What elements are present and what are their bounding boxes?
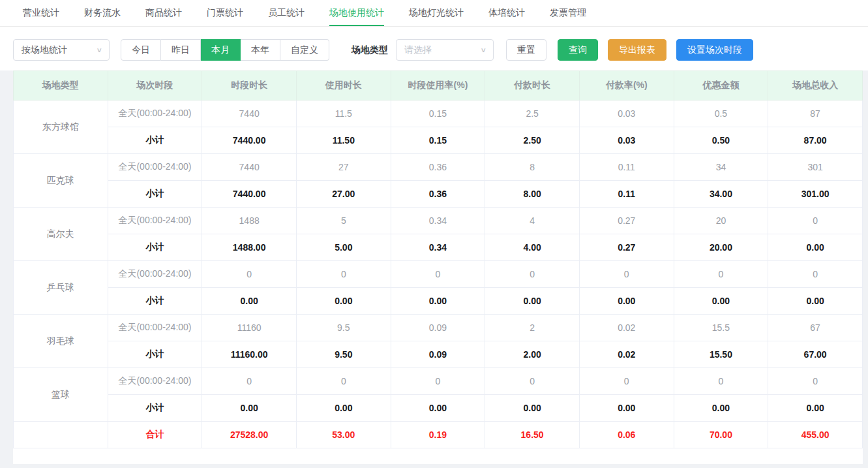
date-today-button[interactable]: 今日 bbox=[121, 39, 161, 61]
value-cell: 0 bbox=[674, 368, 768, 395]
value-cell: 0 bbox=[202, 261, 297, 288]
value-cell: 34 bbox=[674, 154, 768, 181]
value-cell: 0.00 bbox=[296, 395, 391, 422]
value-cell: 301.00 bbox=[768, 181, 863, 208]
period-cell: 全天(00:00-24:00) bbox=[108, 101, 202, 127]
value-cell: 27 bbox=[296, 154, 391, 181]
value-cell: 0.00 bbox=[674, 288, 768, 315]
date-yesterday-button[interactable]: 昨日 bbox=[161, 39, 201, 61]
column-header-usage-rate: 时段使用率(%) bbox=[391, 71, 485, 101]
value-cell: 0 bbox=[768, 368, 863, 395]
value-cell: 0.15 bbox=[391, 127, 485, 154]
value-cell: 67 bbox=[768, 315, 863, 341]
subtotal-label-cell: 小计 bbox=[108, 395, 202, 422]
value-cell: 0.03 bbox=[579, 101, 674, 127]
value-cell: 8 bbox=[485, 154, 580, 181]
value-cell: 0.11 bbox=[579, 154, 674, 181]
value-cell: 0 bbox=[296, 368, 391, 395]
value-cell: 7440 bbox=[202, 154, 297, 181]
value-cell: 0 bbox=[202, 368, 297, 395]
tab-ticket-stats[interactable]: 门票统计 bbox=[207, 0, 243, 26]
venue-cell: 东方球馆 bbox=[14, 101, 108, 154]
column-header-discount-amount: 优惠金额 bbox=[674, 71, 768, 101]
value-cell: 2.5 bbox=[485, 101, 580, 127]
date-this-year-button[interactable]: 本年 bbox=[241, 39, 280, 61]
table-row: 篮球 全天(00:00-24:00) 0 0 0 0 0 0 0 bbox=[14, 368, 863, 395]
subtotal-label-cell: 小计 bbox=[108, 127, 202, 154]
value-cell: 0.00 bbox=[579, 288, 674, 315]
value-cell: 0.36 bbox=[391, 154, 485, 181]
query-button[interactable]: 查询 bbox=[558, 39, 598, 61]
value-cell: 0.00 bbox=[674, 395, 768, 422]
value-cell: 0.09 bbox=[391, 315, 485, 341]
tab-invoice-management[interactable]: 发票管理 bbox=[550, 0, 586, 26]
period-cell: 全天(00:00-24:00) bbox=[108, 261, 202, 288]
venue-cell: 高尔夫 bbox=[14, 208, 108, 261]
value-cell: 0.02 bbox=[579, 341, 674, 368]
tab-venue-usage-stats[interactable]: 场地使用统计 bbox=[329, 0, 384, 26]
table-row: 匹克球 全天(00:00-24:00) 7440 27 0.36 8 0.11 … bbox=[14, 154, 863, 181]
total-value-cell: 16.50 bbox=[485, 422, 580, 448]
tab-venue-lighting-stats[interactable]: 场地灯光统计 bbox=[409, 0, 464, 26]
column-header-session-period: 场次时段 bbox=[108, 71, 202, 101]
subtotal-row: 小计 1488.00 5.00 0.34 4.00 0.27 20.00 0.0… bbox=[14, 234, 863, 261]
table-panel-wrap: 场地类型 场次时段 时段时长 使用时长 时段使用率(%) 付款时长 付款率(%)… bbox=[0, 70, 868, 464]
chevron-down-icon: ∨ bbox=[480, 46, 486, 54]
column-header-venue-type: 场地类型 bbox=[14, 71, 108, 101]
value-cell: 4 bbox=[485, 208, 580, 234]
venue-cell: 篮球 bbox=[14, 368, 108, 422]
subtotal-row: 小计 7440.00 27.00 0.36 8.00 0.11 34.00 30… bbox=[14, 181, 863, 208]
value-cell: 20.00 bbox=[674, 234, 768, 261]
total-value-cell: 70.00 bbox=[674, 422, 768, 448]
value-cell: 4.00 bbox=[485, 234, 580, 261]
tab-revenue-stats[interactable]: 营业统计 bbox=[23, 0, 59, 26]
value-cell: 1488 bbox=[202, 208, 297, 234]
total-value-cell: 0.06 bbox=[579, 422, 674, 448]
value-cell: 1488.00 bbox=[202, 234, 297, 261]
value-cell: 0.50 bbox=[674, 127, 768, 154]
value-cell: 7440.00 bbox=[202, 181, 297, 208]
value-cell: 0 bbox=[579, 368, 674, 395]
value-cell: 0.00 bbox=[485, 288, 580, 315]
set-session-period-button[interactable]: 设置场次时段 bbox=[676, 39, 753, 61]
tab-training-stats[interactable]: 体培统计 bbox=[488, 0, 525, 26]
reset-button[interactable]: 重置 bbox=[506, 39, 546, 61]
value-cell: 0.09 bbox=[391, 341, 485, 368]
column-header-paid-duration: 付款时长 bbox=[485, 71, 580, 101]
venue-usage-table: 场地类型 场次时段 时段时长 使用时长 时段使用率(%) 付款时长 付款率(%)… bbox=[13, 70, 863, 448]
stat-mode-value: 按场地统计 bbox=[22, 44, 67, 56]
export-report-button[interactable]: 导出报表 bbox=[608, 39, 666, 61]
tab-staff-stats[interactable]: 员工统计 bbox=[268, 0, 305, 26]
subtotal-label-cell: 小计 bbox=[108, 341, 202, 368]
venue-type-label: 场地类型 bbox=[352, 44, 388, 56]
value-cell: 0.15 bbox=[391, 101, 485, 127]
chevron-down-icon: ∨ bbox=[96, 46, 102, 54]
value-cell: 301 bbox=[768, 154, 863, 181]
value-cell: 0.00 bbox=[579, 395, 674, 422]
value-cell: 15.50 bbox=[674, 341, 768, 368]
value-cell: 87.00 bbox=[768, 127, 863, 154]
total-label-cell: 合计 bbox=[108, 422, 202, 448]
tab-goods-stats[interactable]: 商品统计 bbox=[145, 0, 182, 26]
subtotal-row: 小计 7440.00 11.50 0.15 2.50 0.03 0.50 87.… bbox=[14, 127, 863, 154]
date-this-month-button[interactable]: 本月 bbox=[201, 39, 241, 61]
table-row: 乒乓球 全天(00:00-24:00) 0 0 0 0 0 0 0 bbox=[14, 261, 863, 288]
value-cell: 11160.00 bbox=[202, 341, 297, 368]
value-cell: 0.03 bbox=[579, 127, 674, 154]
value-cell: 0 bbox=[768, 208, 863, 234]
date-custom-button[interactable]: 自定义 bbox=[280, 39, 329, 61]
value-cell: 0.00 bbox=[391, 288, 485, 315]
value-cell: 0 bbox=[391, 368, 485, 395]
value-cell: 0 bbox=[768, 261, 863, 288]
subtotal-label-cell: 小计 bbox=[108, 181, 202, 208]
stat-mode-select[interactable]: 按场地统计 ∨ bbox=[13, 39, 110, 61]
value-cell: 20 bbox=[674, 208, 768, 234]
venue-type-select[interactable]: 请选择 ∨ bbox=[396, 39, 494, 61]
table-header-row: 场地类型 场次时段 时段时长 使用时长 时段使用率(%) 付款时长 付款率(%)… bbox=[14, 71, 863, 101]
value-cell: 2.00 bbox=[485, 341, 580, 368]
value-cell: 11.5 bbox=[296, 101, 391, 127]
value-cell: 0 bbox=[485, 368, 580, 395]
value-cell: 0.00 bbox=[202, 288, 297, 315]
total-value-cell: 0.19 bbox=[391, 422, 485, 448]
tab-finance-flow[interactable]: 财务流水 bbox=[84, 0, 121, 26]
